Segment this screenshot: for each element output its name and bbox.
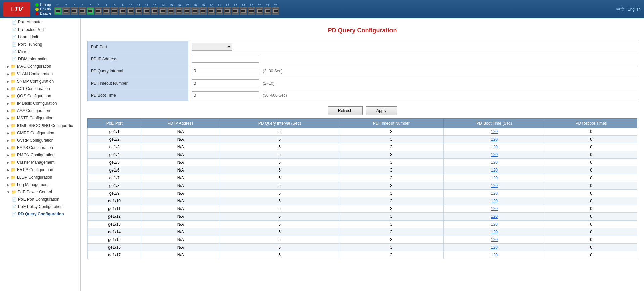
sidebar-item-21[interactable]: ▶ 📁LLDP Configuration (0, 174, 80, 181)
sidebar-item-18[interactable]: ▶ 📁RMON Configuration (0, 151, 80, 159)
sidebar-item-8[interactable]: ▶ 📁SNMP Configuration (0, 78, 80, 85)
port-block-12[interactable] (143, 7, 150, 15)
port-block-24[interactable] (240, 7, 247, 15)
sidebar-item-7[interactable]: ▶ 📁VLAN Configuration (0, 70, 80, 78)
boot-time-link-10[interactable]: 120 (491, 206, 498, 211)
refresh-button[interactable]: Refresh (328, 106, 363, 115)
port-inner-10 (128, 9, 133, 13)
page-icon-5: 📄 (12, 57, 17, 61)
port-block-9[interactable] (119, 7, 126, 15)
port-block-16[interactable] (175, 7, 183, 15)
port-block-23[interactable] (232, 7, 239, 15)
boot-time-link-9[interactable]: 120 (491, 199, 498, 203)
pd-timeout-label: PD Timeout Number (88, 77, 188, 89)
sidebar-label-26: PD Query Configuration (18, 212, 64, 216)
boot-time-link-6[interactable]: 120 (491, 176, 498, 180)
pd-boot-time-input[interactable] (192, 91, 259, 99)
table-cell-2-0: ge1/3 (88, 143, 141, 151)
page-icon-0: 📄 (12, 20, 17, 25)
boot-time-link-4[interactable]: 120 (491, 160, 498, 165)
port-block-27[interactable] (264, 7, 271, 15)
sidebar-item-4[interactable]: 📄Mirror (0, 48, 80, 55)
boot-time-link-16[interactable]: 120 (491, 253, 498, 257)
port-block-19[interactable] (199, 7, 207, 15)
boot-time-link-3[interactable]: 120 (491, 152, 498, 157)
port-block-15[interactable] (167, 7, 175, 15)
lang-selector: 中文 English (615, 6, 641, 12)
sidebar-item-22[interactable]: ▶ 📁Log Management (0, 181, 80, 188)
boot-time-link-2[interactable]: 120 (491, 145, 498, 149)
boot-time-link-1[interactable]: 120 (491, 137, 498, 142)
sidebar-item-13[interactable]: ▶ 📁MSTP Configuration (0, 114, 80, 122)
sidebar-item-3[interactable]: 📄Port Trunking (0, 41, 80, 48)
port-block-1[interactable] (54, 7, 62, 15)
sidebar-item-0[interactable]: 📄Port Attribute (0, 18, 80, 26)
boot-time-link-0[interactable]: 120 (491, 129, 498, 134)
table-cell-11-1: N/A (141, 213, 220, 221)
table-cell-9-4: 120 (443, 197, 545, 205)
port-26: 26 (256, 4, 263, 15)
port-block-7[interactable] (103, 7, 110, 15)
apply-button[interactable]: Apply (366, 106, 397, 115)
sidebar-item-23[interactable]: ▼ 📁PoE Power Control (0, 188, 80, 196)
port-block-25[interactable] (248, 7, 255, 15)
sidebar-item-2[interactable]: 📄Learn Limit (0, 33, 80, 41)
port-block-20[interactable] (208, 7, 215, 15)
port-block-22[interactable] (224, 7, 231, 15)
port-block-18[interactable] (191, 7, 199, 15)
port-block-26[interactable] (256, 7, 263, 15)
table-row: ge1/10N/A531200 (88, 197, 637, 205)
boot-time-link-11[interactable]: 120 (491, 214, 498, 219)
port-block-17[interactable] (183, 7, 191, 15)
sidebar-item-14[interactable]: ▶ 📁IGMP SNOOPING Configuratio (0, 122, 80, 129)
pd-timeout-hint: (2~10) (263, 81, 274, 86)
sidebar-item-12[interactable]: ▶ 📁AAA Configuration (0, 107, 80, 114)
lang-en-link[interactable]: English (628, 7, 641, 11)
sidebar-item-1[interactable]: 📄Protected Port (0, 26, 80, 33)
sidebar-item-9[interactable]: ▶ 📁ACL Configuration (0, 85, 80, 92)
sidebar-item-17[interactable]: ▶ 📁EAPS Configuration (0, 144, 80, 151)
port-block-28[interactable] (272, 7, 279, 15)
pd-query-interval-input[interactable] (192, 67, 259, 75)
boot-time-link-14[interactable]: 120 (491, 237, 498, 242)
sidebar-item-6[interactable]: ▶ 📁MAC Configuration (0, 63, 80, 70)
sidebar-item-24[interactable]: 📄PoE Port Configuration (0, 196, 80, 203)
sidebar-item-5[interactable]: 📄DDM Information (0, 55, 80, 63)
port-block-13[interactable] (151, 7, 158, 15)
port-block-11[interactable] (135, 7, 142, 15)
sidebar-item-20[interactable]: ▶ 📁ERPS Configuration (0, 166, 80, 174)
expand-icon-6: ▶ (7, 65, 9, 68)
port-block-4[interactable] (79, 7, 86, 15)
port-block-6[interactable] (95, 7, 102, 15)
port-block-5[interactable] (87, 7, 94, 15)
boot-time-link-13[interactable]: 120 (491, 230, 498, 234)
table-cell-10-4: 120 (443, 205, 545, 213)
boot-time-link-8[interactable]: 120 (491, 191, 498, 196)
boot-time-link-12[interactable]: 120 (491, 222, 498, 227)
sidebar-item-15[interactable]: ▶ 📁GMRP Configuration (0, 129, 80, 137)
sidebar-item-26[interactable]: 📄PD Query Configuration (0, 210, 80, 218)
sidebar-label-7: VLAN Configuration (17, 71, 53, 76)
poe-port-select[interactable]: ge1/1ge1/2ge1/3 (192, 43, 232, 51)
sidebar-item-25[interactable]: 📄PoE Policy Configuration (0, 203, 80, 210)
table-cell-16-1: N/A (141, 251, 220, 259)
lang-zh-link[interactable]: 中文 (616, 7, 625, 11)
boot-time-link-15[interactable]: 120 (491, 245, 498, 250)
sidebar-item-16[interactable]: ▶ 📁GVRP Configuration (0, 137, 80, 144)
sidebar-item-19[interactable]: ▶ 📁Cluster Management (0, 159, 80, 166)
port-block-14[interactable] (159, 7, 167, 15)
port-block-8[interactable] (111, 7, 118, 15)
port-block-3[interactable] (71, 7, 78, 15)
table-row: ge1/14N/A531200 (88, 228, 637, 236)
pd-ip-input[interactable] (192, 55, 259, 63)
port-18: 18 (191, 4, 199, 15)
port-inner-25 (249, 9, 254, 13)
boot-time-link-5[interactable]: 120 (491, 168, 498, 173)
boot-time-link-7[interactable]: 120 (491, 183, 498, 188)
port-block-10[interactable] (127, 7, 134, 15)
port-block-21[interactable] (216, 7, 223, 15)
sidebar-item-10[interactable]: ▶ 📁QOS Configuration (0, 92, 80, 100)
sidebar-item-11[interactable]: ▶ 📁IP Basic Configuration (0, 100, 80, 107)
pd-timeout-input[interactable] (192, 79, 259, 87)
port-block-2[interactable] (62, 7, 70, 15)
